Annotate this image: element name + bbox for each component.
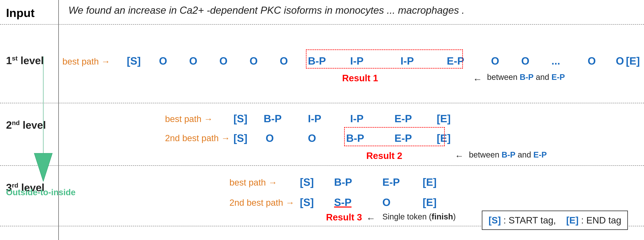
level2-best-path-label: best path → [165,114,213,124]
legend-s: [S] [488,215,501,225]
result1-bp: B-P [520,73,534,81]
level2-best-S: [S] [234,112,247,125]
input-text: We found an increase in Ca2+ -dependent … [68,5,464,16]
level1-t8: O [588,55,596,67]
result2-box [344,127,445,146]
legend-e: [E] [566,215,578,225]
level1-t2: O [189,55,197,67]
legend-e-text: : END tag [581,215,621,225]
result3-label: Result 3 [326,212,362,223]
level2-best-bp: B-P [264,112,282,125]
level2-best-ip1: I-P [308,112,321,125]
hline-mid2 [0,165,644,166]
level1-t3: O [219,55,228,67]
result1-label: Result 1 [342,73,378,83]
result1-arrow: ← [473,74,482,84]
level1-token-E: [E] [626,55,640,67]
level1-t5: O [280,55,288,67]
level3-2nd-sp: S-P [334,196,352,208]
result2-ep: E-P [533,150,547,159]
result2-annot: between B-P and E-P [469,150,547,159]
level1-t4: O [250,55,258,67]
level1-dots: ... [552,55,560,67]
result1-annot: between B-P and E-P [487,73,565,82]
vline-left [58,0,59,240]
level2-second-path-label: 2nd best path → [165,133,230,143]
level2-best-ip2: I-P [350,112,364,125]
level3-best-S: [S] [300,176,314,188]
level3-best-E: [E] [422,176,436,188]
input-label: Input [6,6,34,20]
finish-text: finish [432,212,453,221]
level1-t9: O [616,55,624,67]
level2-2nd-S: [S] [234,132,247,144]
level3-2nd-o: O [382,196,390,208]
result2-arrow: ← [455,151,464,161]
legend-box: [S] : START tag, [E] : END tag [482,210,628,230]
level1-t7: O [521,55,529,67]
svg-marker-0 [34,56,52,182]
level1-token-S: [S] [127,55,141,67]
level3-best-path-label: best path → [230,177,277,188]
result2-bp: B-P [502,150,516,159]
level3-best-ep: E-P [382,176,400,188]
result3-annot: Single token (finish) [382,212,456,221]
result1-ep: E-P [552,73,565,81]
level2-2nd-o1: O [266,132,274,144]
level1-best-path-label: best path → [62,56,110,67]
level3-2nd-S: [S] [300,196,314,208]
outside-to-inside-arrow [32,56,54,182]
legend-s-text: : START tag, [504,215,556,225]
level2-best-E: [E] [437,112,450,125]
level3-second-path-label: 2nd best path → [230,198,294,208]
hline-mid1 [0,103,644,103]
level2-best-ep: E-P [394,112,412,125]
outside-to-inside-label: Outside-to-inside [6,188,76,197]
diagram: Input We found an increase in Ca2+ -depe… [0,0,644,240]
result1-box [306,49,463,69]
level3-2nd-E: [E] [422,196,436,208]
result3-arrow: ← [366,213,376,224]
level3-best-bp: B-P [334,176,352,188]
level1-t6: O [491,55,499,67]
hline-top [0,24,644,25]
level2-2nd-o2: O [308,132,316,144]
result2-label: Result 2 [366,150,402,161]
level1-t1: O [159,55,167,67]
